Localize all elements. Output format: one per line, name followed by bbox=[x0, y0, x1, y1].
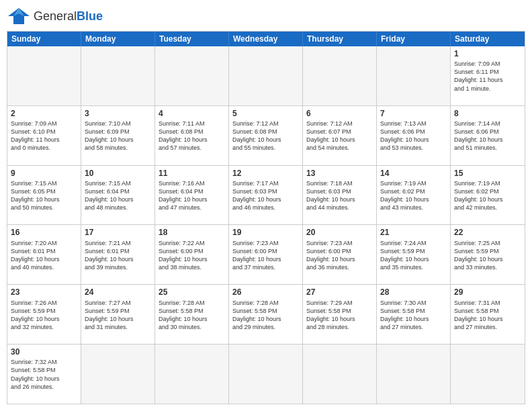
day-number: 29 bbox=[454, 287, 521, 298]
day-number: 22 bbox=[454, 227, 521, 238]
empty-cell bbox=[303, 46, 377, 106]
empty-cell bbox=[81, 46, 155, 106]
day-number: 25 bbox=[159, 287, 225, 298]
day-number: 7 bbox=[380, 108, 447, 119]
cell-text: Sunrise: 7:10 AM Sunset: 6:09 PM Dayligh… bbox=[85, 120, 151, 152]
cell-text: Sunrise: 7:15 AM Sunset: 6:04 PM Dayligh… bbox=[85, 179, 151, 212]
empty-cell bbox=[451, 345, 525, 404]
day-cell-12: 12Sunrise: 7:17 AM Sunset: 6:03 PM Dayli… bbox=[229, 166, 303, 226]
day-number: 9 bbox=[11, 168, 77, 179]
cell-text: Sunrise: 7:12 AM Sunset: 6:08 PM Dayligh… bbox=[232, 120, 299, 152]
day-number: 11 bbox=[159, 168, 225, 179]
day-cell-3: 3Sunrise: 7:10 AM Sunset: 6:09 PM Daylig… bbox=[81, 106, 155, 166]
day-cell-7: 7Sunrise: 7:13 AM Sunset: 6:06 PM Daylig… bbox=[377, 106, 451, 166]
cell-text: Sunrise: 7:23 AM Sunset: 6:00 PM Dayligh… bbox=[232, 239, 299, 272]
cell-text: Sunrise: 7:28 AM Sunset: 5:58 PM Dayligh… bbox=[159, 299, 225, 332]
cell-text: Sunrise: 7:12 AM Sunset: 6:07 PM Dayligh… bbox=[306, 120, 373, 152]
day-number: 5 bbox=[232, 108, 299, 119]
day-number: 4 bbox=[159, 108, 225, 119]
calendar: SundayMondayTuesdayWednesdayThursdayFrid… bbox=[7, 31, 525, 404]
empty-cell bbox=[155, 46, 229, 106]
day-cell-1: 1Sunrise: 7:09 AM Sunset: 6:11 PM Daylig… bbox=[451, 46, 525, 106]
cell-text: Sunrise: 7:20 AM Sunset: 6:01 PM Dayligh… bbox=[11, 239, 77, 272]
day-cell-30: 30Sunrise: 7:32 AM Sunset: 5:58 PM Dayli… bbox=[7, 345, 81, 404]
day-cell-26: 26Sunrise: 7:28 AM Sunset: 5:58 PM Dayli… bbox=[229, 285, 303, 345]
cell-text: Sunrise: 7:16 AM Sunset: 6:04 PM Dayligh… bbox=[159, 179, 225, 212]
cell-text: Sunrise: 7:32 AM Sunset: 5:58 PM Dayligh… bbox=[11, 358, 77, 391]
day-number: 28 bbox=[380, 287, 447, 298]
logo: GeneralBlue bbox=[7, 7, 103, 26]
day-cell-5: 5Sunrise: 7:12 AM Sunset: 6:08 PM Daylig… bbox=[229, 106, 303, 166]
day-number: 15 bbox=[454, 168, 521, 179]
cell-text: Sunrise: 7:15 AM Sunset: 6:05 PM Dayligh… bbox=[11, 179, 77, 212]
cell-text: Sunrise: 7:19 AM Sunset: 6:02 PM Dayligh… bbox=[380, 179, 447, 212]
day-number: 20 bbox=[306, 227, 373, 238]
day-cell-10: 10Sunrise: 7:15 AM Sunset: 6:04 PM Dayli… bbox=[81, 166, 155, 226]
day-cell-13: 13Sunrise: 7:18 AM Sunset: 6:03 PM Dayli… bbox=[303, 166, 377, 226]
cell-text: Sunrise: 7:29 AM Sunset: 5:58 PM Dayligh… bbox=[306, 299, 373, 332]
day-number: 19 bbox=[232, 227, 299, 238]
day-header-sunday: Sunday bbox=[7, 32, 81, 46]
cell-text: Sunrise: 7:31 AM Sunset: 5:58 PM Dayligh… bbox=[454, 299, 521, 332]
cell-text: Sunrise: 7:22 AM Sunset: 6:00 PM Dayligh… bbox=[159, 239, 225, 272]
day-cell-19: 19Sunrise: 7:23 AM Sunset: 6:00 PM Dayli… bbox=[229, 225, 303, 285]
cell-text: Sunrise: 7:09 AM Sunset: 6:10 PM Dayligh… bbox=[11, 120, 77, 152]
day-number: 2 bbox=[11, 108, 77, 119]
empty-cell bbox=[229, 345, 303, 404]
day-number: 21 bbox=[380, 227, 447, 238]
day-cell-17: 17Sunrise: 7:21 AM Sunset: 6:01 PM Dayli… bbox=[81, 225, 155, 285]
cell-text: Sunrise: 7:23 AM Sunset: 6:00 PM Dayligh… bbox=[306, 239, 373, 272]
cell-text: Sunrise: 7:28 AM Sunset: 5:58 PM Dayligh… bbox=[232, 299, 299, 332]
day-number: 1 bbox=[454, 48, 521, 59]
cell-text: Sunrise: 7:18 AM Sunset: 6:03 PM Dayligh… bbox=[306, 179, 373, 212]
day-cell-11: 11Sunrise: 7:16 AM Sunset: 6:04 PM Dayli… bbox=[155, 166, 229, 226]
day-number: 23 bbox=[11, 287, 77, 298]
day-cell-24: 24Sunrise: 7:27 AM Sunset: 5:59 PM Dayli… bbox=[81, 285, 155, 345]
cell-text: Sunrise: 7:11 AM Sunset: 6:08 PM Dayligh… bbox=[159, 120, 225, 152]
day-header-saturday: Saturday bbox=[451, 32, 525, 46]
cell-text: Sunrise: 7:27 AM Sunset: 5:59 PM Dayligh… bbox=[85, 299, 151, 332]
empty-cell bbox=[303, 345, 377, 404]
day-cell-16: 16Sunrise: 7:20 AM Sunset: 6:01 PM Dayli… bbox=[7, 225, 81, 285]
empty-cell bbox=[229, 46, 303, 106]
day-number: 10 bbox=[85, 168, 151, 179]
day-cell-2: 2Sunrise: 7:09 AM Sunset: 6:10 PM Daylig… bbox=[7, 106, 81, 166]
header: GeneralBlue bbox=[7, 7, 525, 26]
day-number: 6 bbox=[306, 108, 373, 119]
day-headers: SundayMondayTuesdayWednesdayThursdayFrid… bbox=[7, 32, 525, 46]
day-header-monday: Monday bbox=[81, 32, 155, 46]
day-number: 14 bbox=[380, 168, 447, 179]
day-cell-28: 28Sunrise: 7:30 AM Sunset: 5:58 PM Dayli… bbox=[377, 285, 451, 345]
day-cell-27: 27Sunrise: 7:29 AM Sunset: 5:58 PM Dayli… bbox=[303, 285, 377, 345]
day-number: 17 bbox=[85, 227, 151, 238]
day-cell-15: 15Sunrise: 7:19 AM Sunset: 6:02 PM Dayli… bbox=[451, 166, 525, 226]
day-cell-25: 25Sunrise: 7:28 AM Sunset: 5:58 PM Dayli… bbox=[155, 285, 229, 345]
day-cell-9: 9Sunrise: 7:15 AM Sunset: 6:05 PM Daylig… bbox=[7, 166, 81, 226]
page: GeneralBlue SundayMondayTuesdayWednesday… bbox=[0, 0, 532, 411]
calendar-grid: 1Sunrise: 7:09 AM Sunset: 6:11 PM Daylig… bbox=[7, 46, 525, 404]
day-cell-29: 29Sunrise: 7:31 AM Sunset: 5:58 PM Dayli… bbox=[451, 285, 525, 345]
cell-text: Sunrise: 7:19 AM Sunset: 6:02 PM Dayligh… bbox=[454, 179, 521, 212]
day-header-friday: Friday bbox=[377, 32, 451, 46]
cell-text: Sunrise: 7:24 AM Sunset: 5:59 PM Dayligh… bbox=[380, 239, 447, 272]
day-header-wednesday: Wednesday bbox=[229, 32, 303, 46]
day-header-thursday: Thursday bbox=[303, 32, 377, 46]
empty-cell bbox=[81, 345, 155, 404]
day-cell-22: 22Sunrise: 7:25 AM Sunset: 5:59 PM Dayli… bbox=[451, 225, 525, 285]
logo-icon bbox=[7, 7, 31, 26]
cell-text: Sunrise: 7:25 AM Sunset: 5:59 PM Dayligh… bbox=[454, 239, 521, 272]
day-number: 3 bbox=[85, 108, 151, 119]
logo-text: GeneralBlue bbox=[34, 9, 103, 24]
empty-cell bbox=[377, 46, 451, 106]
day-number: 30 bbox=[11, 347, 77, 357]
day-cell-8: 8Sunrise: 7:14 AM Sunset: 6:06 PM Daylig… bbox=[451, 106, 525, 166]
cell-text: Sunrise: 7:13 AM Sunset: 6:06 PM Dayligh… bbox=[380, 120, 447, 152]
day-number: 26 bbox=[232, 287, 299, 298]
empty-cell bbox=[377, 345, 451, 404]
day-number: 24 bbox=[85, 287, 151, 298]
day-cell-14: 14Sunrise: 7:19 AM Sunset: 6:02 PM Dayli… bbox=[377, 166, 451, 226]
empty-cell bbox=[155, 345, 229, 404]
day-number: 13 bbox=[306, 168, 373, 179]
cell-text: Sunrise: 7:17 AM Sunset: 6:03 PM Dayligh… bbox=[232, 179, 299, 212]
cell-text: Sunrise: 7:21 AM Sunset: 6:01 PM Dayligh… bbox=[85, 239, 151, 272]
